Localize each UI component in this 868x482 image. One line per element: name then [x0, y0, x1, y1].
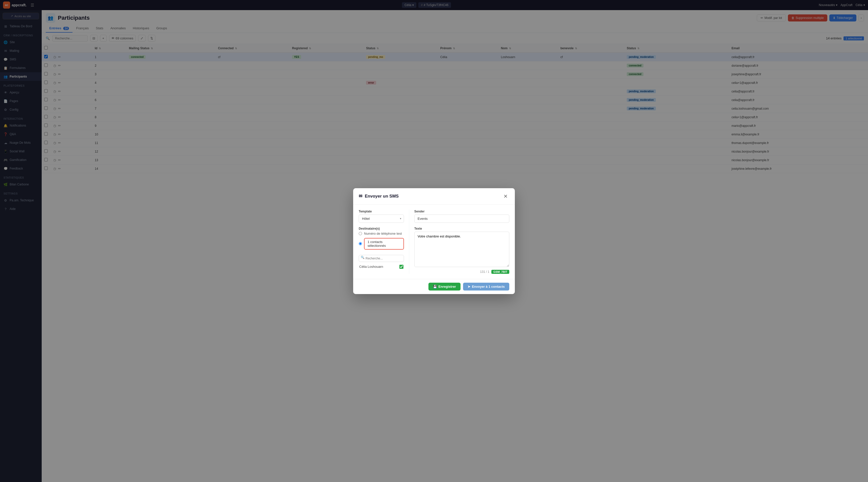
radio-phone-label: Numéro de téléphone test — [364, 232, 402, 236]
save-label: Enregistrer — [438, 285, 456, 289]
send-icon: ➤ — [468, 285, 470, 289]
contact-name: Célia Loshouarn — [359, 265, 383, 269]
sms-counter: 131 / 1 GSM_7BIT — [414, 270, 509, 274]
radio-contacts-option[interactable]: 1 contacts sélectionnés — [359, 238, 404, 249]
modal-footer: 💾 Enregistrer ➤ Envoyer à 1 contacts — [353, 279, 515, 294]
sms-modal: ✉ Envoyer un SMS ✕ Template Hôtel — [353, 188, 515, 294]
texte-label: Texte — [414, 227, 509, 231]
selected-contacts-box: 1 contacts sélectionnés — [364, 238, 404, 249]
modal-title: ✉ Envoyer un SMS — [359, 193, 399, 199]
template-group: Template Hôtel Bienvenue Rappel ▾ — [359, 210, 404, 223]
contact-checkbox[interactable] — [399, 265, 403, 269]
sender-label: Sender — [414, 210, 509, 213]
template-select-wrapper: Hôtel Bienvenue Rappel ▾ — [359, 214, 404, 223]
selected-contacts-label: 1 contacts sélectionnés — [368, 240, 400, 247]
modal-right-section: Sender Texte Votre chambre est disponibl… — [414, 210, 509, 274]
contact-search-wrapper: 🔍 — [359, 253, 404, 262]
sender-group: Sender — [414, 210, 509, 223]
destinataires-group: Destinataire(s) Numéro de téléphone test — [359, 227, 404, 270]
radio-contacts-input[interactable] — [359, 242, 362, 245]
radio-phone-option[interactable]: Numéro de téléphone test — [359, 232, 404, 236]
radio-group: Numéro de téléphone test 1 contacts séle… — [359, 232, 404, 249]
modal-title-text: Envoyer un SMS — [365, 194, 399, 199]
texte-group: Texte Votre chambre est disponible. 131 … — [414, 227, 509, 274]
modal-close-button[interactable]: ✕ — [502, 193, 509, 200]
counter-value: 131 / 1 — [480, 270, 489, 274]
sms-modal-icon: ✉ — [359, 193, 362, 199]
save-icon: 💾 — [433, 285, 437, 289]
template-label: Template — [359, 210, 404, 213]
sender-input[interactable] — [414, 214, 509, 223]
selected-contacts-wrapper: 1 contacts sélectionnés — [359, 238, 404, 249]
app-wrapper: ac appcraft. ☰ Célia ▾ # # TuSgkvT3fHC46… — [0, 0, 868, 482]
contact-search-input[interactable] — [359, 255, 404, 262]
modal-section: Template Hôtel Bienvenue Rappel ▾ — [359, 210, 509, 274]
contact-search-icon: 🔍 — [361, 255, 365, 259]
send-label: Envoyer à 1 contacts — [472, 285, 505, 289]
gsm-badge: GSM_7BIT — [491, 270, 509, 274]
radio-phone-input[interactable] — [359, 232, 362, 235]
modal-header: ✉ Envoyer un SMS ✕ — [353, 188, 515, 205]
modal-overlay[interactable]: ✉ Envoyer un SMS ✕ Template Hôtel — [0, 0, 868, 482]
modal-body: Template Hôtel Bienvenue Rappel ▾ — [353, 205, 515, 279]
send-button[interactable]: ➤ Envoyer à 1 contacts — [463, 283, 509, 291]
modal-left-section: Template Hôtel Bienvenue Rappel ▾ — [359, 210, 409, 274]
save-button[interactable]: 💾 Enregistrer — [429, 283, 461, 291]
template-select[interactable]: Hôtel Bienvenue Rappel — [359, 214, 404, 223]
contact-item-celia: Célia Loshouarn — [359, 263, 404, 270]
sms-textarea[interactable]: Votre chambre est disponible. — [414, 232, 509, 267]
destinataires-label: Destinataire(s) — [359, 227, 404, 231]
